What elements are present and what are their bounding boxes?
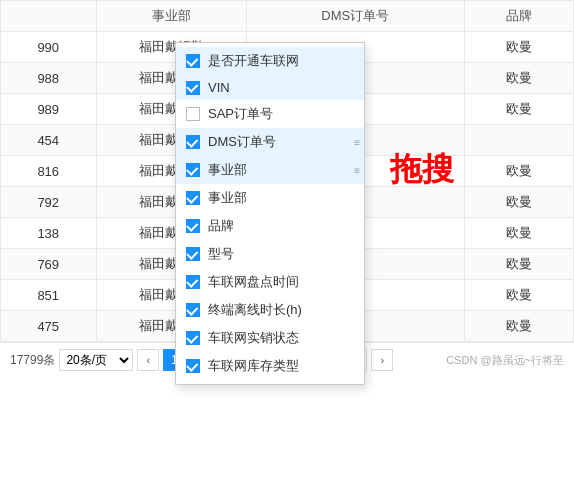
dropdown-item[interactable]: 是否开通车联网 <box>176 47 364 75</box>
dropdown-item-label: 事业部 <box>208 189 247 207</box>
checkbox-5[interactable] <box>186 191 200 205</box>
dropdown-item[interactable]: 车联网库存类型 <box>176 352 364 380</box>
prev-page-button[interactable]: ‹ <box>137 349 159 371</box>
tuo-sou-label: 拖搜 <box>390 148 454 192</box>
dropdown-item-label: 品牌 <box>208 217 234 235</box>
dropdown-item[interactable]: 品牌 <box>176 212 364 240</box>
dropdown-item[interactable]: 车联网实销状态 <box>176 324 364 352</box>
dropdown-item[interactable]: 事业部≡ <box>176 156 364 184</box>
dropdown-item-label: DMS订单号 <box>208 133 276 151</box>
next-page-button[interactable]: › <box>371 349 393 371</box>
cell-brand: 欧曼 <box>464 218 573 249</box>
cell-no: 988 <box>1 63 97 94</box>
scroll-indicator: ≡ <box>354 165 360 176</box>
cell-no: 792 <box>1 187 97 218</box>
column-selector-dropdown[interactable]: 是否开通车联网VINSAP订单号DMS订单号≡事业部≡事业部品牌型号车联网盘点时… <box>175 42 365 385</box>
dropdown-item[interactable]: 型号 <box>176 240 364 268</box>
checkbox-8[interactable] <box>186 275 200 289</box>
checkbox-6[interactable] <box>186 219 200 233</box>
cell-no: 454 <box>1 125 97 156</box>
page-wrapper: 事业部 DMS订单号 品牌 990 福田戴姆勒 欧曼 988 福田戴姆勒 欧曼 … <box>0 0 574 377</box>
col-dept-header: 事业部 <box>96 1 246 32</box>
cell-no: 990 <box>1 32 97 63</box>
dropdown-item-label: VIN <box>208 80 230 95</box>
checkbox-7[interactable] <box>186 247 200 261</box>
dropdown-item[interactable]: DMS订单号≡ <box>176 128 364 156</box>
cell-brand: 欧曼 <box>464 311 573 342</box>
dropdown-item-label: 车联网实销状态 <box>208 329 299 347</box>
checkbox-2[interactable] <box>186 107 200 121</box>
total-count: 17799条 <box>10 352 55 369</box>
cell-no: 475 <box>1 311 97 342</box>
checkbox-3[interactable] <box>186 135 200 149</box>
cell-brand: 欧曼 <box>464 32 573 63</box>
cell-brand: 欧曼 <box>464 94 573 125</box>
cell-brand: 欧曼 <box>464 156 573 187</box>
checkbox-1[interactable] <box>186 81 200 95</box>
cell-no: 769 <box>1 249 97 280</box>
scroll-indicator: ≡ <box>354 137 360 148</box>
col-no-header <box>1 1 97 32</box>
dropdown-item-label: 型号 <box>208 245 234 263</box>
dropdown-item-label: 车联网盘点时间 <box>208 273 299 291</box>
dropdown-item-label: SAP订单号 <box>208 105 273 123</box>
cell-brand <box>464 125 573 156</box>
cell-no: 816 <box>1 156 97 187</box>
col-dms-header[interactable]: DMS订单号 <box>246 1 464 32</box>
checkbox-10[interactable] <box>186 331 200 345</box>
per-page-select[interactable]: 20条/页50条/页100条/页 <box>59 349 133 371</box>
cell-brand: 欧曼 <box>464 187 573 218</box>
dropdown-item[interactable]: VIN <box>176 75 364 100</box>
checkbox-11[interactable] <box>186 359 200 373</box>
dropdown-item[interactable]: 终端离线时长(h) <box>176 296 364 324</box>
checkbox-0[interactable] <box>186 54 200 68</box>
dropdown-item-label: 终端离线时长(h) <box>208 301 302 319</box>
cell-no: 138 <box>1 218 97 249</box>
cell-brand: 欧曼 <box>464 63 573 94</box>
cell-brand: 欧曼 <box>464 249 573 280</box>
col-brand-header: 品牌 <box>464 1 573 32</box>
dropdown-item[interactable]: 车联网盘点时间 <box>176 268 364 296</box>
dropdown-item[interactable]: SAP订单号 <box>176 100 364 128</box>
dropdown-item-label: 事业部 <box>208 161 247 179</box>
dropdown-item-label: 车联网库存类型 <box>208 357 299 375</box>
cell-no: 851 <box>1 280 97 311</box>
dropdown-item[interactable]: 事业部 <box>176 184 364 212</box>
cell-brand: 欧曼 <box>464 280 573 311</box>
checkbox-4[interactable] <box>186 163 200 177</box>
watermark: CSDN @路虽远~行将至 <box>446 353 564 368</box>
checkbox-9[interactable] <box>186 303 200 317</box>
cell-no: 989 <box>1 94 97 125</box>
dropdown-item-label: 是否开通车联网 <box>208 52 299 70</box>
